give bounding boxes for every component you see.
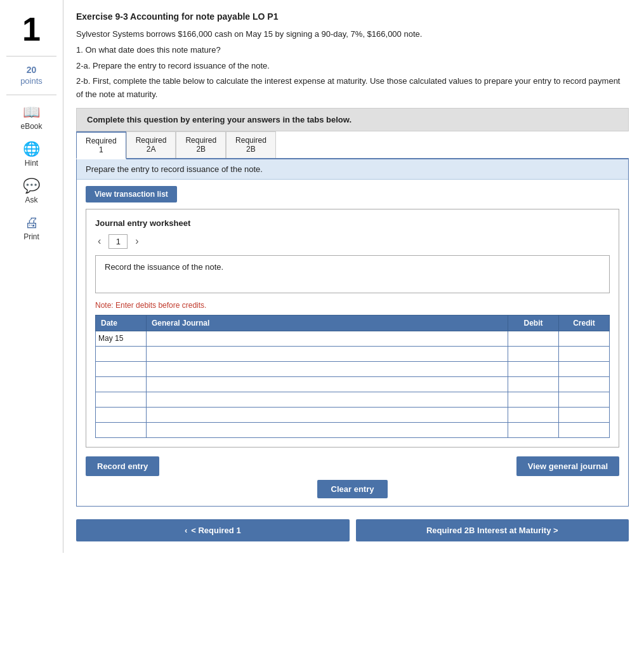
main-content: Exercise 9-3 Accounting for note payable… [63,0,644,553]
input-gj[interactable] [149,395,505,404]
cell-debit[interactable] [508,376,559,392]
cell-debit[interactable] [508,361,559,376]
cell-credit[interactable] [559,376,610,392]
ebook-label: eBook [20,122,42,131]
cell-credit[interactable] [559,392,610,407]
input-credit[interactable] [562,425,607,434]
view-general-journal-button[interactable]: View general journal [516,456,619,476]
problem-number: 1 [22,6,41,52]
input-debit[interactable] [511,425,556,434]
input-date[interactable] [98,349,143,358]
complete-banner: Complete this question by entering your … [76,108,629,131]
input-credit[interactable] [562,349,607,358]
print-label: Print [23,232,39,241]
sidebar-divider-2 [6,95,56,95]
cell-credit[interactable] [559,361,610,376]
clear-entry-row: Clear entry [77,480,628,498]
cell-debit[interactable] [508,422,559,437]
bottom-navigation: ‹ < Required 1 Required 2B Interest at M… [76,519,629,541]
points-display: 20 points [20,60,43,91]
cell-gj[interactable] [147,422,508,437]
tab-required-2b-second[interactable]: Required 2B [226,131,276,158]
input-date[interactable] [98,395,143,404]
worksheet-title: Journal entry worksheet [95,218,610,228]
input-gj[interactable] [149,334,505,343]
cell-date: May 15 [96,331,147,346]
input-debit[interactable] [511,334,556,343]
cell-gj[interactable] [147,361,508,376]
cell-credit[interactable] [559,407,610,422]
input-credit[interactable] [562,364,607,373]
cell-debit[interactable] [508,407,559,422]
input-debit[interactable] [511,410,556,419]
cell-debit[interactable] [508,346,559,361]
sidebar-item-hint[interactable]: 🌐 Hint [0,136,63,173]
cell-gj[interactable] [147,407,508,422]
input-debit[interactable] [511,395,556,404]
cell-gj[interactable] [147,376,508,392]
sidebar-item-print[interactable]: 🖨 Print [0,209,63,246]
input-gj[interactable] [149,380,505,388]
cell-gj[interactable] [147,331,508,346]
prev-page-button[interactable]: ‹ [95,235,103,247]
sidebar-item-ask[interactable]: 💬 Ask [0,173,63,209]
input-gj[interactable] [149,425,505,434]
input-debit[interactable] [511,380,556,388]
input-credit[interactable] [562,380,607,388]
input-date[interactable] [98,425,143,434]
input-debit[interactable] [511,349,556,358]
col-header-date: Date [96,315,147,331]
tabs-row: Required 1 Required 2A Required 2B Requi… [76,131,629,159]
clear-entry-button[interactable]: Clear entry [317,480,388,498]
input-gj[interactable] [149,364,505,373]
table-row [96,361,610,376]
input-gj[interactable] [149,349,505,358]
tab-content-area: Prepare the entry to record issuance of … [76,159,629,507]
note-warning: Note: Enter debits before credits. [95,301,610,310]
tab-required-1[interactable]: Required 1 [76,131,126,159]
points-label: points [20,76,43,86]
cell-date [96,407,147,422]
cell-gj[interactable] [147,392,508,407]
table-row [96,392,610,407]
note-description-text: Record the issuance of the note. [105,262,223,272]
sidebar-divider [6,56,56,56]
cell-gj[interactable] [147,346,508,361]
hint-label: Hint [25,159,38,168]
exercise-title: Exercise 9-3 Accounting for note payable… [76,11,629,22]
action-buttons-row: Record entry View general journal [86,456,619,476]
sidebar-item-ebook[interactable]: 📖 eBook [0,99,63,136]
input-debit[interactable] [511,364,556,373]
next-nav-button[interactable]: Required 2B Interest at Maturity > [356,519,629,541]
points-value: 20 [27,65,37,75]
table-row [96,346,610,361]
input-credit[interactable] [562,395,607,404]
next-page-button[interactable]: › [133,235,141,247]
view-transaction-button[interactable]: View transaction list [86,186,177,202]
journal-table: Date General Journal Debit Credit May 15 [95,315,610,438]
input-credit[interactable] [562,410,607,419]
col-header-credit: Credit [559,315,610,331]
cell-debit[interactable] [508,392,559,407]
instruction-bar: Prepare the entry to record issuance of … [77,159,628,180]
table-row [96,407,610,422]
col-header-gj: General Journal [147,315,508,331]
hint-icon: 🌐 [23,141,40,157]
cell-credit[interactable] [559,422,610,437]
tab-required-2b-first[interactable]: Required 2B [176,131,226,158]
col-header-debit: Debit [508,315,559,331]
input-date[interactable] [98,410,143,419]
table-row [96,376,610,392]
input-gj[interactable] [149,410,505,419]
cell-credit[interactable] [559,346,610,361]
record-entry-button[interactable]: Record entry [86,456,159,476]
cell-credit[interactable] [559,331,610,346]
cell-debit[interactable] [508,331,559,346]
ask-icon: 💬 [23,178,40,194]
prev-nav-button[interactable]: ‹ < Required 1 [76,519,350,541]
tab-required-2a[interactable]: Required 2A [126,131,176,158]
page-navigation: ‹ 1 › [95,234,610,249]
input-credit[interactable] [562,334,607,343]
input-date[interactable] [98,364,143,373]
input-date[interactable] [98,380,143,388]
